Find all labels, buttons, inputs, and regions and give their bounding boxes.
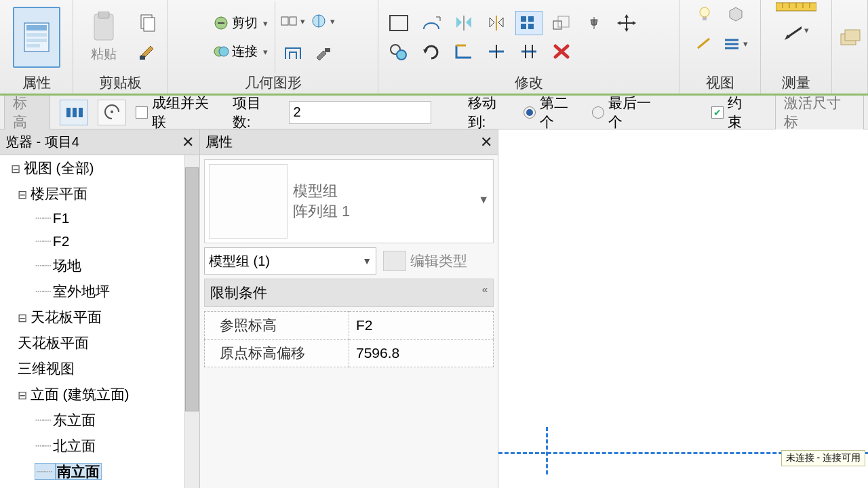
project-browser-title: 览器 - 项目4 bbox=[5, 133, 79, 151]
tree-node-elevations: 立面 (建筑立面) bbox=[0, 382, 199, 407]
edit-type-button[interactable]: 编辑类型 bbox=[383, 251, 467, 271]
group-associate-option[interactable]: 成组并关联 bbox=[136, 94, 223, 131]
tree-item-elevation: ┈┈ 东立面 bbox=[0, 407, 199, 433]
create-group-button[interactable] bbox=[836, 25, 863, 49]
rotate-button[interactable] bbox=[418, 39, 445, 64]
svg-marker-21 bbox=[498, 18, 503, 27]
item-count-label: 项目数: bbox=[233, 94, 279, 131]
options-bar: 标高 成组并关联 项目数: 移动到: 第二个 最后一个 ✔ 约束 激活尺寸标 bbox=[0, 96, 868, 129]
delete-button[interactable] bbox=[548, 39, 575, 64]
match-properties-button[interactable] bbox=[134, 11, 161, 35]
svg-marker-20 bbox=[490, 18, 494, 27]
project-browser-panel: 览器 - 项目4 ✕ 视图 (全部) 楼层平面 ┈┈ F1 ┈┈ F2 ┈┈ 场… bbox=[0, 129, 200, 488]
ribbon-group-label: 属性 bbox=[22, 73, 51, 92]
close-icon[interactable]: ✕ bbox=[480, 134, 492, 151]
trim-extend-button[interactable] bbox=[450, 39, 477, 64]
svg-point-33 bbox=[397, 50, 406, 60]
split-face-icon bbox=[310, 13, 328, 29]
copy-button[interactable] bbox=[385, 39, 412, 64]
clipboard-icon bbox=[90, 12, 117, 43]
type-selector[interactable]: 模型组 阵列组 1 ▼ bbox=[204, 159, 494, 243]
array-button[interactable] bbox=[515, 11, 542, 35]
split-face-button[interactable] bbox=[309, 9, 336, 33]
selection-filter-combo[interactable]: 模型组 (1) ▼ bbox=[204, 247, 376, 274]
mirror-pick-button[interactable] bbox=[450, 11, 477, 35]
thin-lines-button[interactable] bbox=[691, 31, 718, 56]
wall-opening-button[interactable] bbox=[279, 41, 307, 66]
join-geometry-button[interactable]: 连接 bbox=[210, 41, 271, 62]
ribbon-group-properties: 属性 bbox=[0, 0, 73, 94]
linear-array-button[interactable] bbox=[60, 100, 88, 125]
paintbrush-icon bbox=[138, 42, 157, 61]
trim-multi-button[interactable] bbox=[515, 39, 542, 64]
box-stack-icon bbox=[838, 27, 861, 47]
linework-button[interactable] bbox=[722, 31, 749, 56]
svg-rect-42 bbox=[66, 108, 71, 117]
context-type-label: 标高 bbox=[4, 90, 50, 135]
paintbrush-button[interactable] bbox=[134, 39, 161, 64]
connection-tooltip: 未连接 - 连接可用 bbox=[781, 450, 865, 466]
svg-point-12 bbox=[219, 47, 229, 56]
type-dropdown-arrow[interactable]: ▼ bbox=[355, 194, 489, 209]
selection-filter-value: 模型组 (1) bbox=[209, 252, 270, 270]
tree-item-elevation: ┈┈ 北立面 bbox=[0, 433, 199, 459]
property-value[interactable]: 7596.8 bbox=[349, 340, 494, 367]
radio-off-icon bbox=[592, 106, 604, 119]
mirror-draw-icon bbox=[486, 14, 507, 32]
svg-rect-13 bbox=[281, 17, 288, 25]
hidden-lines-button[interactable] bbox=[722, 1, 749, 26]
svg-rect-43 bbox=[73, 108, 77, 117]
ribbon-group-clipboard: 粘贴 剪贴板 bbox=[73, 0, 168, 94]
project-browser-tree[interactable]: 视图 (全部) 楼层平面 ┈┈ F1 ┈┈ F2 ┈┈ 场地 ┈┈ 室外地坪 天… bbox=[0, 155, 199, 488]
trim-single-button[interactable] bbox=[483, 39, 510, 64]
close-icon[interactable]: ✕ bbox=[182, 134, 194, 151]
offset-icon bbox=[421, 14, 441, 32]
align-button[interactable] bbox=[385, 11, 412, 35]
property-row: 原点标高偏移 7596.8 bbox=[205, 340, 494, 367]
scrollbar[interactable] bbox=[184, 155, 199, 488]
svg-marker-31 bbox=[633, 21, 636, 25]
collapse-icon[interactable]: « bbox=[482, 283, 488, 302]
activate-dimensions-button[interactable]: 激活尺寸标 bbox=[775, 90, 864, 135]
move-button[interactable] bbox=[613, 11, 640, 35]
radio-on-icon bbox=[524, 106, 536, 119]
paste-button[interactable]: 粘贴 bbox=[80, 7, 127, 68]
group-associate-label: 成组并关联 bbox=[152, 94, 223, 131]
constraints-label: 限制条件 bbox=[210, 283, 267, 302]
radial-array-button[interactable] bbox=[98, 100, 126, 125]
ribbon-group-modify: 修改 bbox=[378, 0, 679, 94]
cut-geometry-button[interactable]: 剪切 bbox=[210, 13, 271, 33]
svg-rect-2 bbox=[26, 33, 47, 37]
constrain-option[interactable]: ✔ 约束 bbox=[711, 94, 756, 131]
constraints-category-header[interactable]: 限制条件 « bbox=[204, 279, 494, 307]
ribbon-group-label: 剪贴板 bbox=[99, 73, 142, 92]
scale-button[interactable] bbox=[548, 11, 575, 35]
array-grid-icon bbox=[519, 14, 539, 32]
pin-button[interactable] bbox=[580, 11, 608, 35]
cut-label: 剪切 bbox=[232, 14, 258, 32]
properties-title: 属性 bbox=[205, 133, 233, 151]
edit-type-icon bbox=[383, 251, 406, 271]
moveto-last-option[interactable]: 最后一个 bbox=[592, 94, 665, 131]
scrollbar-thumb[interactable] bbox=[185, 167, 199, 411]
svg-point-35 bbox=[700, 7, 709, 17]
drawing-canvas[interactable]: 未连接 - 连接可用 bbox=[498, 129, 868, 488]
radial-array-icon bbox=[102, 104, 121, 121]
measure-between-button[interactable] bbox=[783, 18, 810, 42]
bulb-icon bbox=[696, 5, 713, 22]
pencil-line-icon bbox=[696, 36, 713, 51]
properties-button[interactable] bbox=[13, 7, 60, 68]
cope-button[interactable] bbox=[279, 9, 307, 33]
item-count-input[interactable] bbox=[289, 101, 431, 124]
cope-icon bbox=[280, 13, 298, 29]
moveto-last-label: 最后一个 bbox=[608, 94, 665, 131]
mirror-draw-button[interactable] bbox=[483, 11, 510, 35]
light-button[interactable] bbox=[691, 1, 718, 26]
demolish-button[interactable] bbox=[309, 41, 336, 66]
offset-button[interactable] bbox=[418, 11, 445, 35]
cube-icon bbox=[727, 5, 745, 22]
level-marker-stem[interactable] bbox=[546, 427, 548, 474]
moveto-second-option[interactable]: 第二个 bbox=[524, 94, 583, 131]
property-value[interactable]: F2 bbox=[349, 312, 494, 340]
paste-label: 粘贴 bbox=[91, 45, 117, 63]
